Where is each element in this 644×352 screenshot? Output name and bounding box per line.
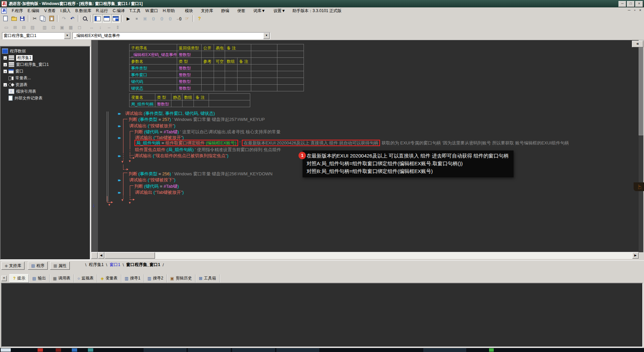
table-cell[interactable] [277,78,304,85]
undo-button[interactable]: ↶ [68,14,76,23]
table-cell[interactable] [202,51,214,58]
menu-item-16[interactable]: 设置▼ [271,7,288,14]
table-cell[interactable] [225,78,237,85]
tree-item-3[interactable]: +窗口 [1,68,90,75]
code-line-12[interactable]: 调试输出 (“Tab键被放开”) [135,190,184,195]
breakpoint-marker-icon[interactable]: ▸▸ [118,124,120,128]
tree-item-0[interactable]: 程序数据 [1,48,90,54]
same-size-button[interactable]: ◻ [75,24,84,31]
tree-item-4[interactable]: 常量表... [1,75,90,81]
center-v-button[interactable]: ▣ [58,24,66,31]
table-cell[interactable] [237,64,251,71]
table-cell[interactable] [225,71,237,78]
table-cell[interactable]: 整数型 [177,78,202,85]
output-tab-8[interactable]: ▣剪辑历史 [167,274,196,282]
expand-icon[interactable]: + [3,63,7,67]
find-button[interactable] [80,14,89,23]
table-cell[interactable] [277,64,304,71]
copy-button[interactable] [39,14,47,23]
menu-item-3[interactable]: V.查看 [42,7,58,14]
step-into-button[interactable]: →{) [174,14,183,23]
table-cell[interactable] [209,94,250,100]
form-designer-button[interactable]: ▭ [2,24,11,31]
method-combo[interactable]: _编辑框EX密码_键盘事件 ▼ [72,32,270,39]
taskbar-window-button[interactable] [188,348,231,352]
debug-braces-1-button[interactable]: {} [149,14,158,23]
table-cell[interactable] [251,58,277,64]
output-tab-6[interactable]: ▥搜寻1 [121,274,144,282]
tree-item-2[interactable]: +窗口程序集_窗口1 [1,61,90,68]
file-tab-2[interactable]: 窗口1 [109,262,121,268]
menu-item-12[interactable]: 支持库 [199,7,215,14]
add-left-button[interactable]: ⊞ [11,24,19,31]
debug-form-button[interactable]: ▣ [141,14,149,23]
table-cell[interactable] [237,78,251,85]
open-file-button[interactable] [10,14,18,23]
space-v-button[interactable]: ↕ [96,24,105,31]
breakpoint-marker-icon[interactable]: ▸▸ [118,178,120,182]
output-tab-3[interactable]: ▦调用表 [50,274,74,282]
menu-item-7[interactable]: C.编译 [110,7,127,14]
menu-item-8[interactable]: T.工具 [127,7,143,14]
table-cell[interactable] [214,85,225,91]
table-cell[interactable] [214,51,225,58]
table-cell[interactable] [202,71,214,78]
output-tab-5[interactable]: ◈变量表 [97,274,121,282]
layout-left-button[interactable] [93,14,102,23]
menu-item-9[interactable]: W.窗口 [143,7,160,14]
breakpoint-marker-icon[interactable]: ▸▸ [118,111,120,116]
output-close-button[interactable]: × [1,276,7,281]
minimize-button[interactable]: ─ [619,1,626,7]
mdi-window-controls[interactable]: ─ ▫ × [628,8,643,12]
expand-icon[interactable]: + [3,70,7,73]
breakpoint-marker-icon[interactable]: ▸▸ [118,153,120,158]
align-edges-button[interactable]: ▦ [66,24,75,31]
table-cell[interactable] [214,64,225,71]
taskbar-icon[interactable] [1,348,11,352]
expand-icon[interactable]: + [3,83,7,87]
scrollbar-blank-button[interactable] [91,252,98,259]
output-tab-4[interactable]: ○监视表 [74,274,97,282]
table-cell[interactable] [251,85,277,91]
menu-item-14[interactable]: 便签 [235,7,248,14]
cut-button[interactable]: ✂ [31,14,39,23]
paste-button[interactable] [47,14,56,23]
redo-button[interactable]: ↷ [60,14,68,23]
chevron-down-icon[interactable]: ▼ [263,33,270,39]
table-cell[interactable] [251,64,277,71]
table-cell[interactable] [237,85,251,91]
taskbar-window-button[interactable] [423,348,466,352]
layout-grid-button[interactable] [111,14,120,23]
output-tab-1[interactable]: ?提示 [9,274,29,283]
table-cell[interactable]: 整数型 [177,51,202,58]
new-file-button[interactable] [1,14,10,23]
menu-item-1[interactable]: F.程序 [9,7,25,14]
align-top-button[interactable]: ▤ [28,24,37,31]
table-cell[interactable]: 整数型 [177,85,202,91]
menu-item-11[interactable]: 模块 [182,7,195,14]
taskbar-window-button[interactable] [232,348,275,352]
class-combo[interactable]: 窗口程序集_窗口1 ▼ [2,32,71,39]
tree-item-5[interactable]: +资源表 [1,81,90,88]
add-right-button[interactable]: ⊟ [19,24,28,31]
hand-tool-icon[interactable]: ☞ [634,182,644,191]
code-line-7[interactable]: 组件置焦点组件 (局_组件句柄) ' 使用指令精准设置当前窗口的得到 焦点组件 [135,147,281,152]
vertical-scrollbar-thumb[interactable] [639,47,643,135]
table-cell[interactable] [202,78,214,85]
table-cell[interactable] [214,71,225,78]
layout-top-button[interactable] [102,14,111,23]
table-cell[interactable] [202,64,214,71]
tree-item-1[interactable]: +程序集1 [1,54,90,61]
scroll-right-icon[interactable]: ▶ [632,252,639,259]
output-panel[interactable] [1,283,643,347]
debug-braces-3-button[interactable]: {} [166,14,174,23]
table-cell[interactable]: 整数型 [155,100,171,107]
menu-item-10[interactable]: H.帮助 [160,7,177,14]
table-cell[interactable] [202,85,214,91]
table-cell[interactable] [171,100,182,107]
run-button[interactable]: ▶ [124,14,132,23]
code-line-9[interactable]: 判断 (事件类型 = 256) ' Windows 窗口常量 键盘弹起256'#… [128,171,272,177]
table-cell[interactable]: 事件窗口 [129,71,177,78]
taskbar-window-button[interactable] [276,348,319,352]
code-line-8[interactable]: 调试输出 (“现在组件的焦点已被切换到指定焦点”) [134,153,228,159]
